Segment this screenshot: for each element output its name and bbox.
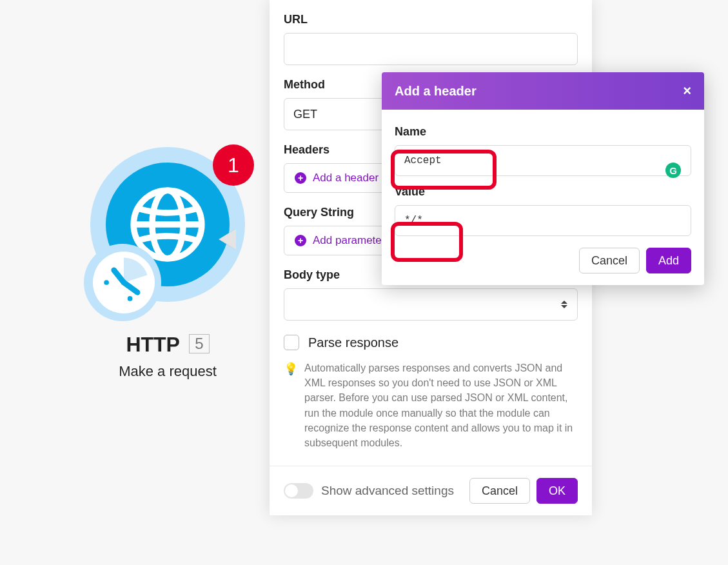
lightbulb-icon: 💡 [284,361,298,450]
header-value-input[interactable] [395,205,691,236]
module-subtitle: Make a request [77,363,258,380]
close-icon[interactable]: × [683,83,691,99]
advanced-settings-label: Show advanced settings [321,484,454,498]
panel-pointer [219,229,236,250]
ok-button[interactable]: OK [536,478,578,504]
grammarly-icon: G [665,163,681,178]
popup-header: Add a header × [382,72,704,110]
add-header-label: Add a header [313,172,379,184]
header-name-label: Name [395,125,691,139]
add-header-popup: Add a header × Name Value Cancel Add G [382,72,704,285]
module-title-text: HTTP [126,333,179,356]
plus-icon: + [295,172,306,184]
header-name-input[interactable] [395,145,691,176]
toggle-knob [285,484,298,497]
module-count-badge: 5 [189,334,209,353]
parse-response-label: Parse response [308,335,398,350]
popup-title: Add a header [395,84,477,99]
add-parameter-label: Add parameter [313,234,385,247]
clock-icon [93,252,155,313]
popup-add-button[interactable]: Add [646,248,691,273]
parse-response-hint-row: 💡 Automatically parses responses and con… [284,361,578,450]
parse-response-checkbox[interactable] [284,335,299,350]
popup-cancel-button[interactable]: Cancel [579,248,640,273]
plus-icon: + [295,235,306,246]
module-title: HTTP 5 [77,333,258,357]
module-node: 1 HTTP 5 Make a request [77,147,258,380]
svg-point-4 [104,280,109,285]
header-value-label: Value [395,185,691,199]
svg-point-5 [128,296,133,301]
notification-badge: 1 [213,144,254,186]
cancel-button[interactable]: Cancel [469,478,530,504]
parse-response-hint: Automatically parses responses and conve… [304,361,578,450]
body-type-select[interactable] [284,288,578,321]
url-input[interactable] [284,33,578,65]
url-label: URL [284,13,578,26]
advanced-settings-toggle[interactable] [284,483,313,499]
panel-footer: Show advanced settings Cancel OK [270,466,592,504]
module-icon-container[interactable]: 1 [90,147,245,302]
